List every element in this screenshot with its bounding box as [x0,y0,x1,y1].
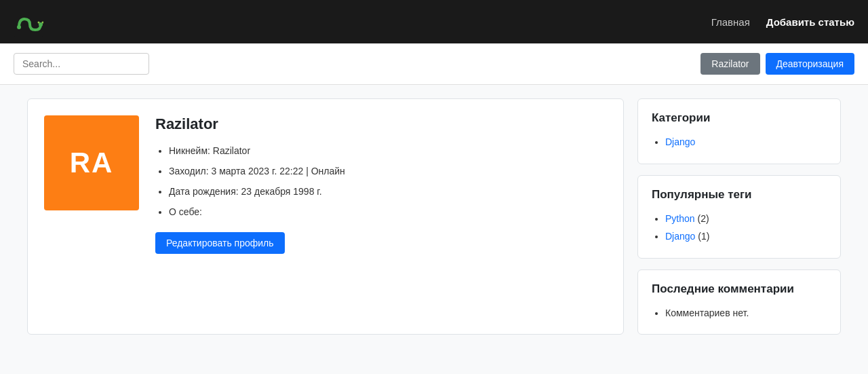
search-bar-right: Razilator Деавторизация [701,53,854,75]
categories-list: Django [652,133,827,151]
navbar-links: Главная Добавить статью [711,16,854,28]
profile-birthdate: Дата рождения: 23 декабря 1998 г. [169,182,607,201]
popular-tags-list: Python (2) Django (1) [652,210,827,246]
edit-profile-button[interactable]: Редактировать профиль [155,232,285,254]
profile-details-list: Никнейм: Razilator Заходил: 3 марта 2023… [155,141,607,221]
profile-username-title: Razilator [155,115,607,133]
sidebar: Категории Django Популярные теги Python … [637,98,841,335]
profile-about: О себе: [169,202,607,221]
avatar-initials: RA [70,147,114,179]
snake-logo-icon [14,7,43,37]
popular-tags-card: Популярные теги Python (2) Django (1) [637,175,841,259]
nav-add-article-link[interactable]: Добавить статью [766,16,854,28]
nav-home-link[interactable]: Главная [711,16,750,28]
list-item: Комментариев нет. [665,304,827,322]
list-item: Django [665,133,827,151]
search-input[interactable] [14,53,149,75]
recent-comments-title: Последние комментарии [652,282,827,296]
profile-section: RA Razilator Никнейм: Razilator Заходил:… [27,98,624,335]
popular-tags-title: Популярные теги [652,188,827,202]
tag-python-link[interactable]: Python [665,213,695,224]
categories-title: Категории [652,111,827,125]
tag-python-count-val: (2) [697,213,709,224]
navbar: Главная Добавить статью [0,0,868,43]
profile-info: Razilator Никнейм: Razilator Заходил: 3 … [155,115,607,254]
brand-logo [14,7,43,37]
tag-django-link[interactable]: Django [665,231,695,242]
svg-point-1 [17,25,21,29]
tag-django-count-val: (1) [698,231,709,242]
profile-nickname: Никнейм: Razilator [169,141,607,160]
category-django-link[interactable]: Django [665,136,695,147]
main-content: RA Razilator Никнейм: Razilator Заходил:… [14,98,854,335]
search-input-wrapper [14,53,149,75]
search-bar: Razilator Деавторизация [0,43,868,85]
recent-comments-card: Последние комментарии Комментариев нет. [637,269,841,335]
list-item: Python (2) [665,210,827,228]
recent-comments-list: Комментариев нет. [652,304,827,322]
username-button[interactable]: Razilator [701,53,760,75]
profile-last-login: Заходил: 3 марта 2023 г. 22:22 | Онлайн [169,162,607,181]
avatar: RA [44,115,139,210]
logout-button[interactable]: Деавторизация [766,53,854,75]
list-item: Django (1) [665,227,827,246]
svg-point-3 [38,22,40,24]
categories-card: Категории Django [637,98,841,164]
